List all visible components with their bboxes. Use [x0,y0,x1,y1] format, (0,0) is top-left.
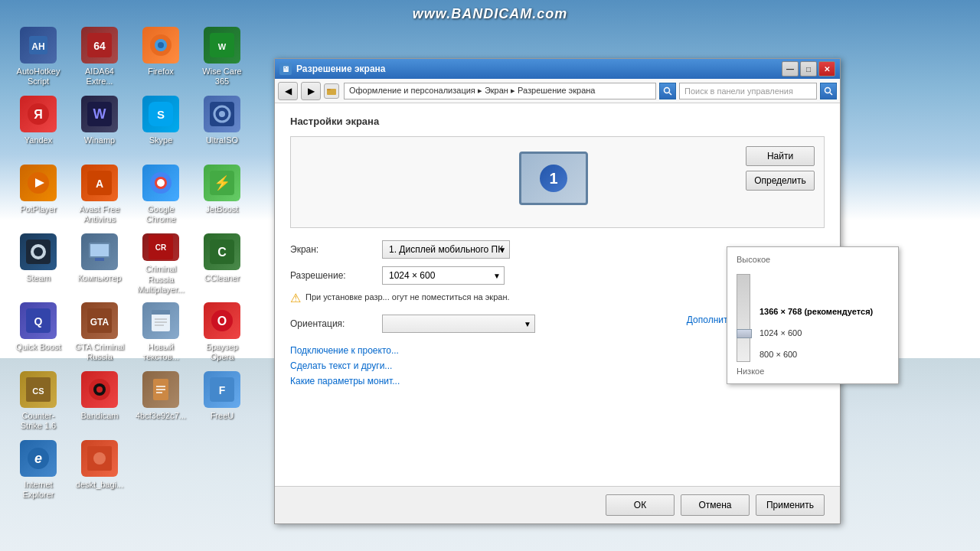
icon-computer[interactable]: Компьютер [69,230,130,298]
icon-wisecare[interactable]: W Wise Care 365 [191,23,253,92]
icon-gta-label: GTA Criminal Russia [73,342,126,362]
icon-steam[interactable]: Steam [8,230,69,298]
icon-file4bc-label: 4bcf3e92c7... [136,411,186,421]
svg-rect-31 [95,258,104,261]
desktop-icon-grid: AH AutoHotkey Script 64 AIDA64 Extre... … [8,23,253,505]
svg-text:C: C [217,246,227,259]
svg-line-68 [830,93,832,95]
resolution-options: 1366 × 768 (рекомендуется) 1024 × 600 80… [756,305,876,362]
nav-back-button[interactable]: ◀ [278,82,298,100]
icon-yandex[interactable]: Я Yandex [8,92,69,161]
window-maximize-button[interactable]: □ [800,61,817,77]
icon-ie-label: Internet Explorer [11,480,65,500]
screen-dropdown[interactable]: 1. Дисплей мобильного ПК ▼ [382,240,510,259]
bandicam-watermark: www.BANDICAM.com [413,6,567,22]
icon-aida64[interactable]: 64 AIDA64 Extre... [69,23,130,92]
icon-ccleaner-img: C [204,233,240,270]
svg-text:GTA: GTA [90,317,109,328]
icon-avast-label: Avast Free Antivirus [73,204,126,224]
warning-icon: ⚠ [290,291,301,305]
icon-avast-img: A [81,165,118,201]
icon-gta[interactable]: GTA GTA Criminal Russia [69,298,130,367]
svg-text:O: O [217,315,227,328]
icon-freeu-img: F [204,371,240,408]
monitor-action-buttons: Найти Определить [746,146,815,191]
identify-button[interactable]: Определить [746,171,815,191]
icon-criminal-label: Criminal Russia Multiplayer... [134,264,188,295]
monitor-preview-area: 1 Найти Определить [290,136,825,228]
svg-text:e: e [34,451,42,466]
icon-firefox[interactable]: Firefox [130,23,191,92]
resolution-dropdown-arrow: ▼ [493,272,501,280]
svg-text:64: 64 [93,40,106,52]
search-go-button[interactable] [820,83,837,99]
icon-cs[interactable]: CS Counter-Strike 1.6 [8,367,69,436]
apply-button[interactable]: Применить [756,494,825,516]
icon-desktopbg[interactable]: deskt_bagi... [69,436,130,505]
icon-steam-label: Steam [26,273,51,283]
address-path[interactable]: Оформление и персонализация ▸ Экран ▸ Ра… [344,83,656,99]
nav-folder-icon[interactable] [324,83,339,99]
find-button[interactable]: Найти [746,146,815,166]
window-title-icon: 🖥 [279,63,292,75]
nav-forward-button[interactable]: ▶ [301,82,321,100]
icon-notepad[interactable]: Новый текстов... [130,298,191,367]
svg-text:S: S [157,108,165,121]
icon-ccleaner[interactable]: C CCleaner [191,230,253,298]
icon-skype[interactable]: S Skype [130,92,191,161]
icon-opera[interactable]: O Браузер Opera [191,298,253,367]
resolution-dropdown-trigger[interactable]: 1024 × 600 ▼ [382,266,505,285]
icon-winamp[interactable]: W Winamp [69,92,130,161]
icon-steam-img [20,233,57,270]
window-bottom-bar: ОК Отмена Применить [275,486,840,523]
window-address-bar: ◀ ▶ Оформление и персонализация ▸ Экран … [275,79,840,103]
resolution-label: Разрешение: [290,270,382,281]
icon-ie[interactable]: e Internet Explorer [8,436,69,505]
window-close-button[interactable]: ✕ [818,61,835,77]
svg-text:AH: AH [31,41,44,52]
orientation-dropdown[interactable]: ▼ [382,315,535,333]
resolution-option-800[interactable]: 800 × 600 [756,348,876,360]
icon-avast[interactable]: A Avast Free Antivirus [69,161,130,230]
svg-text:⚡: ⚡ [214,174,231,191]
resolution-slider-track[interactable] [737,274,750,362]
svg-text:W: W [218,42,227,51]
icon-jetboost-img: ⚡ [204,165,240,201]
resolution-option-recommended[interactable]: 1366 × 768 (рекомендуется) [756,305,876,318]
screen-resolution-window: 🖥 Разрешение экрана — □ ✕ ◀ ▶ Оформление… [274,58,841,524]
icon-desktopbg-img [81,440,118,477]
icon-desktopbg-label: deskt_bagi... [76,480,123,490]
icon-yandex-img: Я [20,96,57,132]
svg-point-65 [665,87,670,93]
monitor-preview-icon: 1 [519,152,596,213]
resolution-dropdown-value: 1024 × 600 [389,270,435,281]
icon-potplayer-label: PotPlayer [20,204,57,214]
screen-label: Экран: [290,244,382,255]
icon-criminal[interactable]: CR Criminal Russia Multiplayer... [130,230,191,298]
ok-button[interactable]: ОК [606,494,675,516]
svg-rect-42 [152,310,170,315]
icon-computer-img [81,233,118,270]
icon-ultraiso[interactable]: UltraISO [191,92,253,161]
icon-chrome[interactable]: Google Chrome [130,161,191,230]
icon-quickboost[interactable]: Q Quick Boost [8,298,69,367]
resolution-option-1024[interactable]: 1024 × 600 [756,327,876,339]
address-go-button[interactable] [659,83,676,99]
icon-jetboost[interactable]: ⚡ JetBoost [191,161,253,230]
icon-yandex-label: Yandex [24,135,53,145]
icon-bandicam[interactable]: Bandicam [69,367,130,436]
icon-firefox-img [142,27,179,64]
icon-file4bc[interactable]: 4bcf3e92c7... [130,367,191,436]
screen-dropdown-value: 1. Дисплей мобильного ПК [389,244,503,255]
search-input[interactable]: Поиск в панели управления [679,83,817,99]
resolution-slider-handle[interactable] [737,329,752,338]
icon-ahk[interactable]: AH AutoHotkey Script [8,23,69,92]
svg-text:W: W [93,106,106,122]
window-minimize-button[interactable]: — [782,61,799,77]
cancel-button[interactable]: Отмена [681,494,750,516]
icon-freeu[interactable]: F FreeU [191,367,253,436]
monitor-frame: 1 [519,152,588,205]
icon-quickboost-label: Quick Boost [15,342,60,352]
icon-ultraiso-img [204,96,240,132]
icon-potplayer[interactable]: PotPlayer [8,161,69,230]
